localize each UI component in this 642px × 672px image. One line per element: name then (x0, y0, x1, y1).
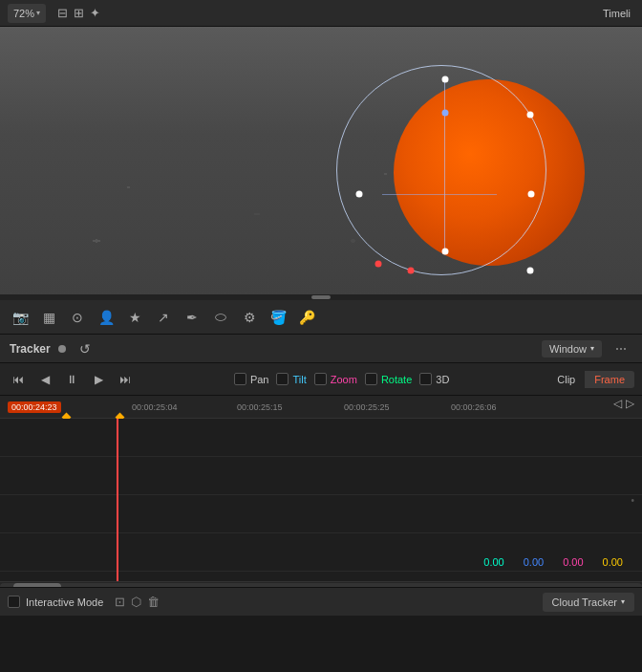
timeline-scrollbar (0, 581, 642, 587)
top-toolbar-icons: ⊟ ⊞ ✦ (57, 6, 100, 20)
window-arrow-icon: ▾ (590, 344, 594, 353)
zoom-control[interactable]: 72% ▾ (8, 4, 46, 23)
record-icon[interactable]: ⊙ (65, 305, 90, 330)
prev-frame-button[interactable]: ◀ (34, 369, 55, 390)
timecode-4: 00:00:25:25 (344, 402, 390, 412)
value-4: 0.00 (603, 556, 623, 568)
track-point-accent[interactable] (442, 110, 449, 117)
timecode-3: 00:00:25:15 (237, 402, 283, 412)
pause-button[interactable]: ⏸ (61, 369, 82, 390)
timeline-label: Timeli (603, 8, 634, 19)
clip-button[interactable]: Clip (547, 371, 585, 388)
track-row-2 (0, 457, 642, 495)
bottom-icons: ⊡ ⬡ 🗑 (115, 595, 160, 609)
window-label: Window (549, 343, 587, 355)
camera-icon[interactable]: 📷 (8, 305, 32, 330)
tracker-status-dot (58, 345, 66, 353)
skip-back-button[interactable]: ⏮ (8, 369, 29, 390)
person-icon[interactable]: 👤 (94, 305, 118, 330)
timeline-area: 00:00:24:23 00:00:25:04 00:00:25:15 00:0… (0, 396, 642, 587)
track-point-bottom-right[interactable] (527, 268, 534, 274)
tracker-title: Tracker (10, 342, 51, 356)
frame-button[interactable]: Frame (585, 371, 634, 388)
track-point-top-right[interactable] (527, 112, 534, 119)
sparkle-icon[interactable]: ✦ (90, 6, 100, 20)
rotate-option[interactable]: Rotate (365, 373, 412, 385)
playhead-line (117, 419, 118, 581)
3d-option[interactable]: 3D (419, 373, 449, 385)
zoom-label: Zoom (331, 374, 357, 385)
zoom-arrow-icon[interactable]: ▾ (36, 9, 40, 17)
view-icon-1[interactable]: ⊟ (57, 6, 68, 20)
nav-left-icon[interactable]: ◁ (613, 397, 622, 410)
clip-frame-toggle: Clip Frame (547, 371, 634, 388)
zoom-value: 72% (13, 8, 34, 19)
curve-icon[interactable]: ↗ (151, 305, 176, 330)
pan-label: Pan (250, 374, 269, 385)
track-point-right[interactable] (528, 191, 535, 198)
tracker-back-button[interactable]: ↺ (74, 337, 96, 360)
cloud-tracker-button[interactable]: Cloud Tracker ▾ (543, 593, 634, 612)
skip-forward-button[interactable]: ⏭ (115, 369, 136, 390)
value-2: 0.00 (524, 556, 544, 568)
tracker-more-button[interactable]: ⋯ (610, 337, 632, 360)
track-vertical-line (444, 79, 445, 251)
bottom-bar: Interactive Mode ⊡ ⬡ 🗑 Cloud Tracker ▾ (0, 587, 642, 616)
divider-handle[interactable] (311, 295, 331, 299)
zoom-checkbox[interactable] (314, 373, 327, 385)
nav-right-icon[interactable]: ▷ (626, 397, 634, 410)
rotate-checkbox[interactable] (365, 373, 377, 385)
video-preview (0, 27, 642, 294)
gear-icon[interactable]: ⚙ (237, 305, 262, 330)
rotate-label: Rotate (381, 374, 412, 385)
track-row-1 (0, 419, 642, 457)
tilt-label: Tilt (292, 374, 306, 385)
value-3: 0.00 (563, 556, 583, 568)
3d-checkbox[interactable] (419, 373, 432, 385)
scrollbar-track (0, 583, 642, 587)
star-icon[interactable]: ★ (122, 305, 147, 330)
nav-dots: ◁ ▷ (613, 396, 634, 415)
pan-checkbox[interactable] (234, 373, 246, 385)
track-point-bottom[interactable] (442, 249, 449, 255)
pan-option[interactable]: Pan (234, 373, 269, 385)
tracker-header: Tracker ↺ Window ▾ ⋯ (0, 335, 642, 363)
view-icon-2[interactable]: ⊞ (74, 6, 84, 20)
eyedropper-icon[interactable]: ✒ (180, 305, 204, 330)
ellipse-icon[interactable]: ⬭ (208, 305, 233, 330)
tracker-controls: ⏮ ◀ ⏸ ▶ ⏭ Pan Tilt Zoom Rotate 3D Clip F… (0, 363, 642, 396)
play-button[interactable]: ▶ (88, 369, 109, 390)
playback-toolbar: 📷 ▦ ⊙ 👤 ★ ↗ ✒ ⬭ ⚙ 🪣 🔑 (0, 300, 642, 335)
track-options: Pan Tilt Zoom Rotate 3D (141, 373, 542, 385)
zoom-option[interactable]: Zoom (314, 373, 357, 385)
track-point-red-2[interactable] (408, 268, 415, 274)
data-values-row: 0.00 0.00 0.00 0.00 (483, 556, 623, 568)
timecode-1: 00:00:24:23 (8, 401, 61, 413)
top-toolbar: 72% ▾ ⊟ ⊞ ✦ Timeli (0, 0, 642, 27)
selection-icon[interactable]: ⊡ (115, 595, 125, 609)
scrollbar-thumb[interactable] (13, 583, 61, 587)
value-1: 0.00 (483, 556, 503, 568)
tilt-option[interactable]: Tilt (276, 373, 306, 385)
track-point-left[interactable] (356, 191, 363, 198)
timecode-5: 00:00:26:06 (451, 402, 497, 412)
pointer-icon[interactable]: ⬡ (131, 595, 141, 609)
grid-icon[interactable]: ▦ (36, 305, 61, 330)
tracking-circle (336, 65, 546, 275)
track-point-red-1[interactable] (375, 261, 382, 268)
key-icon[interactable]: 🔑 (294, 305, 319, 330)
track-row-3 (0, 495, 642, 533)
3d-label: 3D (436, 374, 449, 385)
track-horizontal-line (382, 194, 497, 195)
timeline-tracks: 0.00 0.00 0.00 0.00 • (0, 419, 642, 581)
timecodes-row: 00:00:24:23 00:00:25:04 00:00:25:15 00:0… (0, 396, 642, 419)
bucket-icon[interactable]: 🪣 (266, 305, 290, 330)
track-point-top[interactable] (442, 76, 449, 83)
scroll-indicator[interactable]: • (631, 495, 634, 506)
delete-icon[interactable]: 🗑 (147, 595, 160, 609)
cloud-tracker-label: Cloud Tracker (552, 596, 617, 608)
interactive-mode-checkbox[interactable] (8, 596, 20, 608)
tilt-checkbox[interactable] (276, 373, 289, 385)
window-dropdown-button[interactable]: Window ▾ (542, 340, 602, 358)
interactive-mode-label: Interactive Mode (26, 596, 103, 608)
